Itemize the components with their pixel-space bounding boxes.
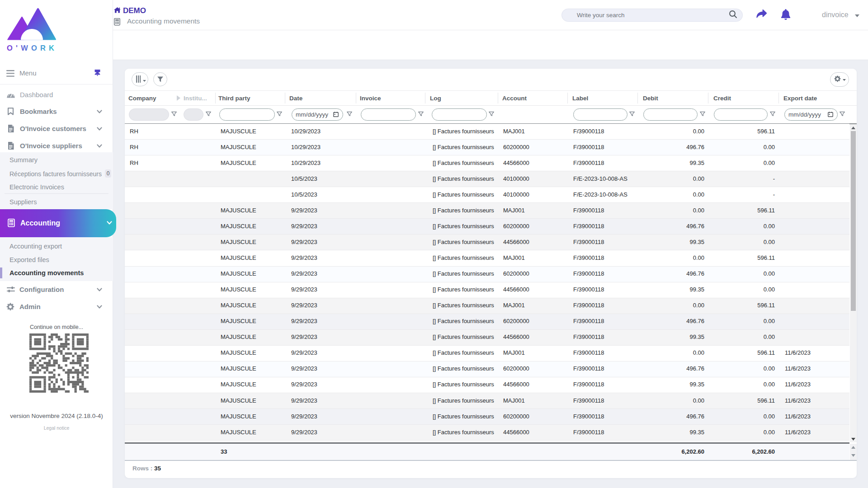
svg-text:O'WORK: O'WORK <box>7 44 57 52</box>
